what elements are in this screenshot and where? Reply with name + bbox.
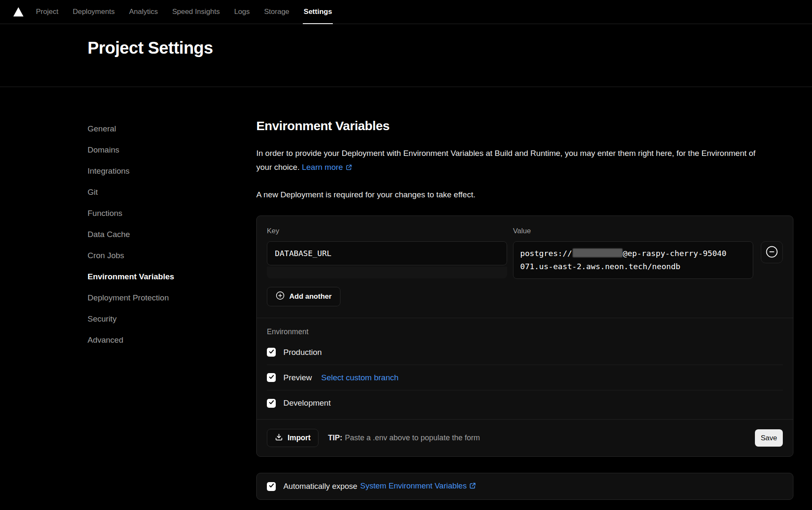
development-label: Development <box>283 398 331 408</box>
sidebar-item-data-cache[interactable]: Data Cache <box>88 224 256 245</box>
add-another-button[interactable]: Add another <box>267 287 340 306</box>
sidebar-item-cron-jobs[interactable]: Cron Jobs <box>88 245 256 266</box>
auto-expose-checkbox[interactable] <box>267 482 276 491</box>
section-description: In order to provide your Deployment with… <box>256 146 760 175</box>
tab-storage[interactable]: Storage <box>264 0 290 24</box>
sidebar-item-security[interactable]: Security <box>88 308 256 330</box>
system-env-vars-link[interactable]: System Environment Variables <box>360 481 477 491</box>
sidebar-item-domains[interactable]: Domains <box>88 139 256 161</box>
tab-deployments[interactable]: Deployments <box>73 0 115 24</box>
value-line-1: postgres://@ep-raspy-cherry-95040 <box>520 247 746 260</box>
value-label: Value <box>513 227 753 235</box>
tab-speed-insights[interactable]: Speed Insights <box>172 0 219 24</box>
sidebar-item-git[interactable]: Git <box>88 182 256 203</box>
key-input[interactable] <box>267 241 507 265</box>
page-title: Project Settings <box>88 38 812 57</box>
sidebar-item-integrations[interactable]: Integrations <box>88 161 256 182</box>
download-icon <box>275 433 283 443</box>
value-line-2: 071.us-east-2.aws.neon.tech/neondb <box>520 260 746 273</box>
tab-project[interactable]: Project <box>36 0 58 24</box>
circle-plus-icon <box>276 291 285 302</box>
value-input[interactable]: postgres://@ep-raspy-cherry-95040 071.us… <box>513 241 753 279</box>
vercel-triangle-icon[interactable] <box>13 7 24 17</box>
card-footer: Import TIP:Paste a .env above to populat… <box>257 419 793 456</box>
env-row-production: Production <box>267 340 783 365</box>
environment-label: Environment <box>267 327 783 340</box>
tab-logs[interactable]: Logs <box>234 0 250 24</box>
env-vars-card: Key Value postgres://@ep-raspy-cherry-95… <box>256 215 793 457</box>
production-label: Production <box>283 348 322 357</box>
circle-minus-icon <box>765 245 778 259</box>
sidebar-item-advanced[interactable]: Advanced <box>88 330 256 351</box>
env-row-development: Development <box>267 390 783 416</box>
auto-expose-text: Automatically expose <box>283 482 357 491</box>
learn-more-link[interactable]: Learn more <box>302 163 352 172</box>
sidebar-item-general[interactable]: General <box>88 118 256 139</box>
tab-analytics[interactable]: Analytics <box>129 0 158 24</box>
top-nav: Project Deployments Analytics Speed Insi… <box>0 0 812 24</box>
env-row-preview: Preview Select custom branch <box>267 365 783 390</box>
redacted-secret <box>573 248 623 257</box>
sidebar-item-functions[interactable]: Functions <box>88 203 256 224</box>
auto-expose-card: Automatically expose System Environment … <box>256 473 793 500</box>
settings-sidebar: General Domains Integrations Git Functio… <box>88 118 256 500</box>
preview-label: Preview <box>283 373 312 382</box>
import-button[interactable]: Import <box>267 429 318 447</box>
nav-tabs: Project Deployments Analytics Speed Insi… <box>36 0 332 24</box>
production-checkbox[interactable] <box>267 348 276 357</box>
checkmark-icon <box>269 399 274 407</box>
key-label: Key <box>267 227 507 235</box>
page-header: Project Settings <box>0 24 812 87</box>
tab-settings[interactable]: Settings <box>304 0 332 24</box>
remove-variable-button[interactable] <box>761 241 783 263</box>
deployment-note: A new Deployment is required for your ch… <box>256 190 793 199</box>
select-custom-branch-link[interactable]: Select custom branch <box>321 373 399 382</box>
checkmark-icon <box>269 374 274 382</box>
development-checkbox[interactable] <box>267 399 276 408</box>
sidebar-item-deployment-protection[interactable]: Deployment Protection <box>88 287 256 308</box>
section-heading: Environment Variables <box>256 118 793 134</box>
key-input-extension[interactable] <box>267 267 507 278</box>
sidebar-item-environment-variables[interactable]: Environment Variables <box>88 266 256 287</box>
checkmark-icon <box>269 483 274 490</box>
checkmark-icon <box>269 349 274 356</box>
external-link-icon <box>346 161 352 175</box>
external-link-icon <box>469 482 476 491</box>
preview-checkbox[interactable] <box>267 373 276 382</box>
save-button[interactable]: Save <box>755 429 783 447</box>
tip-text: TIP:Paste a .env above to populate the f… <box>328 434 480 442</box>
